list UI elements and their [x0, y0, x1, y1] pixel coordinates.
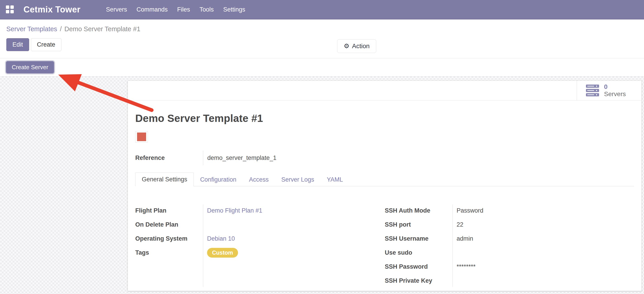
form-sheet: Demo Server Template #1 Reference demo_s…: [128, 112, 642, 288]
top-navbar: Cetmix Tower Servers Commands Files Tool…: [0, 0, 644, 20]
tab-server-logs[interactable]: Server Logs: [275, 173, 321, 186]
tab-configuration[interactable]: Configuration: [194, 173, 243, 186]
field-label: SSH port: [385, 221, 452, 228]
header-action-strip: Create Server: [0, 58, 644, 76]
field-group-left: Flight Plan Demo Flight Plan #1 On Delet…: [135, 204, 385, 288]
ssh-password-value: ********: [452, 263, 476, 270]
ssh-auth-mode-value: Password: [452, 207, 484, 214]
app-brand-title[interactable]: Cetmix Tower: [24, 5, 80, 15]
tab-access[interactable]: Access: [243, 173, 275, 186]
main-menu: Servers Commands Files Tools Settings: [101, 0, 250, 19]
edit-button[interactable]: Edit: [6, 38, 29, 51]
action-button-label: Action: [352, 43, 370, 50]
field-group-right: SSH Auth Mode Password SSH port 22 SSH U…: [385, 204, 633, 288]
notebook-tabs: General Settings Configuration Access Se…: [135, 173, 634, 186]
field-row-ssh-password: SSH Password ********: [385, 260, 633, 274]
color-swatch-red: [137, 132, 146, 141]
card-button-box: 0 Servers: [128, 81, 642, 100]
control-panel: Server Templates / Demo Server Template …: [0, 20, 644, 58]
field-label: Operating System: [135, 235, 203, 242]
field-label: Use sudo: [385, 249, 452, 256]
operating-system-link[interactable]: Debian 10: [203, 235, 235, 242]
apps-grid-icon[interactable]: [6, 6, 14, 14]
servers-count: 0: [604, 83, 626, 90]
field-label: Flight Plan: [135, 207, 203, 214]
reference-value: demo_server_template_1: [203, 151, 276, 165]
gear-icon: ⚙: [344, 43, 349, 49]
field-label: SSH Password: [385, 263, 452, 270]
breadcrumb-separator: /: [60, 25, 62, 33]
breadcrumb-parent-link[interactable]: Server Templates: [6, 25, 57, 33]
form-card: 0 Servers Demo Server Template #1 Refere…: [128, 80, 642, 291]
reference-label: Reference: [135, 151, 203, 165]
reference-field-row: Reference demo_server_template_1: [135, 151, 338, 165]
field-row-use-sudo: Use sudo: [385, 246, 633, 260]
servers-stat-button[interactable]: 0 Servers: [577, 81, 642, 100]
field-label: SSH Auth Mode: [385, 207, 452, 214]
menu-item-servers[interactable]: Servers: [101, 0, 132, 19]
breadcrumb-current: Demo Server Template #1: [64, 25, 140, 33]
create-server-button[interactable]: Create Server: [6, 61, 54, 74]
tab-yaml[interactable]: YAML: [320, 173, 349, 186]
menu-item-files[interactable]: Files: [172, 0, 195, 19]
field-row-on-delete-plan: On Delete Plan: [135, 218, 385, 232]
field-label: SSH Username: [385, 235, 452, 242]
field-label: SSH Private Key: [385, 277, 452, 284]
flight-plan-link[interactable]: Demo Flight Plan #1: [203, 207, 262, 214]
field-label: On Delete Plan: [135, 221, 203, 228]
action-button[interactable]: ⚙ Action: [337, 39, 376, 53]
servers-count-label: Servers: [604, 90, 626, 98]
field-groups: Flight Plan Demo Flight Plan #1 On Delet…: [135, 204, 642, 288]
field-label: Tags: [135, 249, 203, 256]
server-stack-icon: [586, 85, 599, 96]
field-row-ssh-username: SSH Username admin: [385, 232, 633, 246]
field-row-ssh-private-key: SSH Private Key: [385, 274, 633, 288]
ssh-username-value: admin: [452, 235, 473, 242]
control-panel-buttons: Edit Create: [6, 38, 644, 51]
create-button[interactable]: Create: [31, 38, 62, 51]
menu-item-commands[interactable]: Commands: [132, 0, 172, 19]
content-area: 0 Servers Demo Server Template #1 Refere…: [0, 76, 644, 294]
field-row-operating-system: Operating System Debian 10: [135, 232, 385, 246]
field-row-ssh-auth-mode: SSH Auth Mode Password: [385, 204, 633, 218]
field-row-ssh-port: SSH port 22: [385, 218, 633, 232]
tag-badge-custom: Custom: [207, 248, 238, 258]
field-row-flight-plan: Flight Plan Demo Flight Plan #1: [135, 204, 385, 218]
menu-item-tools[interactable]: Tools: [195, 0, 218, 19]
tab-general-settings[interactable]: General Settings: [135, 173, 194, 186]
color-picker-field: [135, 131, 148, 142]
breadcrumb: Server Templates / Demo Server Template …: [6, 20, 644, 33]
ssh-port-value: 22: [452, 221, 463, 228]
menu-item-settings[interactable]: Settings: [218, 0, 250, 19]
record-title: Demo Server Template #1: [135, 112, 642, 124]
field-row-tags: Tags Custom: [135, 246, 385, 260]
